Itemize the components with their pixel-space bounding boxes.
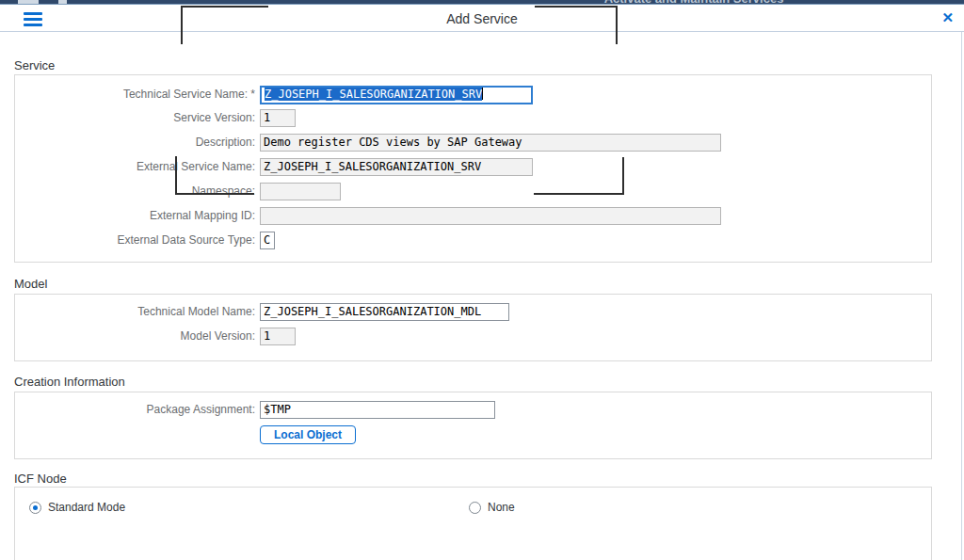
description-label: Description: xyxy=(15,134,255,152)
section-title-creation-information: Creation Information xyxy=(14,375,125,389)
service-version-label: Service Version: xyxy=(15,109,255,127)
package-assignment-input[interactable]: $TMP xyxy=(260,401,495,419)
section-title-service: Service xyxy=(14,58,55,72)
external-service-name-label: External Service Name: xyxy=(15,158,255,176)
dialog-right-border xyxy=(961,5,962,560)
window-chip xyxy=(18,0,39,4)
external-mapping-id-label: External Mapping ID: xyxy=(15,207,255,225)
background-window-title: Activate and Maintain Services xyxy=(581,0,807,5)
dialog-title: Add Service xyxy=(0,11,964,26)
radio-none-label: None xyxy=(488,501,515,514)
section-title-model: Model xyxy=(14,277,47,291)
section-title-icf-node: ICF Node xyxy=(14,472,67,486)
icf-node-panel: Standard Mode None xyxy=(14,487,932,560)
external-service-name-input[interactable]: Z_JOSEPH_I_SALESORGANIZATION_SRV xyxy=(260,158,533,176)
technical-service-name-input[interactable]: Z_JOSEPH_I_SALESORGANIZATION_SRV xyxy=(260,86,533,104)
external-data-source-type-input[interactable]: C xyxy=(260,232,275,249)
dialog-header: Add Service ✕ xyxy=(0,5,964,32)
description-input[interactable]: Demo register CDS views by SAP Gateway xyxy=(260,134,721,152)
background-window-bar: Activate and Maintain Services xyxy=(0,0,964,5)
creation-information-panel: Package Assignment: $TMP Local Object xyxy=(14,392,932,459)
radio-none[interactable]: None xyxy=(469,501,515,514)
technical-model-name-input[interactable]: Z_JOSEPH_I_SALESORGANIZATION_MDL xyxy=(260,303,509,321)
namespace-input[interactable] xyxy=(260,183,341,200)
technical-model-name-label: Technical Model Name: xyxy=(15,303,255,321)
technical-service-name-label: Technical Service Name: * xyxy=(15,86,255,104)
window-chip xyxy=(58,0,67,4)
service-version-input[interactable]: 1 xyxy=(260,109,296,127)
package-assignment-label: Package Assignment: xyxy=(15,401,255,419)
local-object-button[interactable]: Local Object xyxy=(260,425,356,444)
radio-standard-mode[interactable]: Standard Mode xyxy=(29,501,125,514)
model-version-input[interactable]: 1 xyxy=(260,328,296,345)
model-panel: Technical Model Name: Z_JOSEPH_I_SALESOR… xyxy=(14,294,932,361)
external-mapping-id-input[interactable] xyxy=(260,207,721,225)
namespace-label: Namespace: xyxy=(15,183,255,200)
external-data-source-type-label: External Data Source Type: xyxy=(15,232,255,249)
model-version-label: Model Version: xyxy=(15,328,255,345)
radio-standard-mode-label: Standard Mode xyxy=(48,501,125,514)
radio-unselected-icon[interactable] xyxy=(469,502,481,514)
radio-selected-icon[interactable] xyxy=(29,502,41,514)
close-icon[interactable]: ✕ xyxy=(941,9,954,26)
service-panel: Technical Service Name: * Z_JOSEPH_I_SAL… xyxy=(14,74,932,263)
